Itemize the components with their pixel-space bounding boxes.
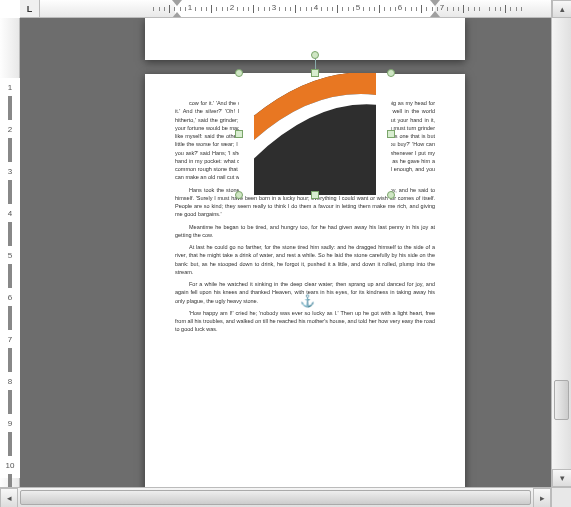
horizontal-scrollbar[interactable]: ◂ ▸ xyxy=(0,487,551,507)
vruler-number: 9 xyxy=(0,418,20,430)
scroll-down-button[interactable]: ▾ xyxy=(552,469,571,487)
hruler-gradient: 1234567 xyxy=(40,0,551,18)
paragraph[interactable]: Meantime he began to be tired, and hungr… xyxy=(175,223,435,240)
resize-handle-tl[interactable] xyxy=(235,69,243,77)
horizontal-ruler[interactable]: L 1234567 xyxy=(20,0,551,18)
resize-handle-l[interactable] xyxy=(235,130,243,138)
hscroll-thumb[interactable] xyxy=(20,490,531,505)
resize-handle-bl[interactable] xyxy=(235,191,243,199)
vruler-number: 6 xyxy=(0,292,20,304)
vruler-number: 7 xyxy=(0,334,20,346)
vscroll-thumb[interactable] xyxy=(554,380,569,420)
tab-stop-button[interactable]: L xyxy=(20,0,40,18)
vruler-number: 10 xyxy=(0,460,20,472)
vruler-number: 3 xyxy=(0,166,20,178)
paragraph[interactable]: 'How happy am I!' cried he; 'nobody was … xyxy=(175,309,435,334)
document-page[interactable]: cow for it.' 'And the cow?' 'I gave a ho… xyxy=(145,74,465,487)
resize-handle-t[interactable] xyxy=(311,69,319,77)
embedded-image[interactable] xyxy=(239,73,391,195)
scroll-up-button[interactable]: ▴ xyxy=(552,0,571,18)
embedded-image-selection[interactable] xyxy=(225,59,405,209)
resize-handle-b[interactable] xyxy=(311,191,319,199)
hruler-ticks: 1234567 xyxy=(40,0,551,18)
vruler-number: 2 xyxy=(0,124,20,136)
resize-handle-br[interactable] xyxy=(387,191,395,199)
first-line-indent-marker[interactable] xyxy=(172,0,182,6)
scroll-left-button[interactable]: ◂ xyxy=(0,488,18,507)
vruler-number: 5 xyxy=(0,250,20,262)
scrollbar-corner xyxy=(551,487,571,507)
resize-handle-tr[interactable] xyxy=(387,69,395,77)
anchor-icon[interactable]: ⚓ xyxy=(300,294,315,308)
rotation-handle[interactable] xyxy=(311,51,319,59)
resize-handle-r[interactable] xyxy=(387,130,395,138)
vertical-scrollbar[interactable]: ▴ ▾ xyxy=(551,0,571,487)
vruler-number: 1 xyxy=(0,82,20,94)
paragraph[interactable]: At last he could go no farther, for the … xyxy=(175,243,435,276)
previous-page-fragment xyxy=(145,18,465,60)
logo-graphic xyxy=(239,73,391,195)
document-workspace[interactable]: cow for it.' 'And the cow?' 'I gave a ho… xyxy=(20,18,551,487)
vruler-number: 4 xyxy=(0,208,20,220)
vruler-number: 8 xyxy=(0,376,20,388)
scroll-right-button[interactable]: ▸ xyxy=(533,488,551,507)
vertical-ruler[interactable]: 12345678910 xyxy=(0,18,20,487)
right-margin-marker[interactable] xyxy=(430,0,440,17)
